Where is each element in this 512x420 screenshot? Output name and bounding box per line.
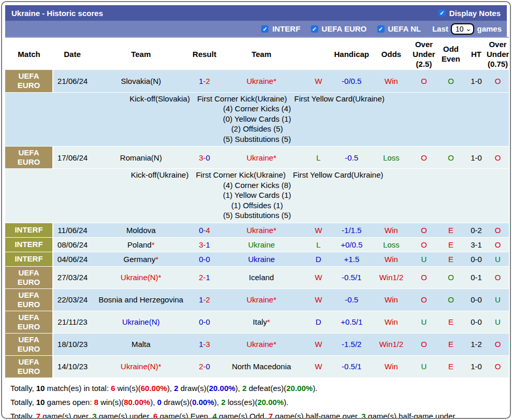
handicap-cell: -0.5/1 [333,266,371,288]
home-team-cell: Germany* [92,252,190,266]
odd-even-cell: O [436,70,466,92]
matches-table: MatchDateTeamResultTeamHandicapOddsOverU… [5,37,509,378]
date-cell: 18/10/23 [53,333,92,355]
summary-text-part: 8 [94,398,98,407]
notes-stat-line: (0) Yellow Cards (1) [5,114,509,124]
last-label: Last [432,24,448,33]
result-cell: 0-0 [190,252,219,266]
filter-checkbox-uefa-euro[interactable]: ✓UEFA EURO [311,24,367,33]
wld-cell: W [304,266,333,288]
match-row: UEFAEURO17/06/24Romania(N)3-0Ukraine*L-0… [5,147,509,169]
odd-even-cell: E [436,311,466,333]
last-games-value: 10 [456,25,464,33]
chevron-down-icon: ⌄ [466,26,472,32]
text-part: Ukraine* [247,153,277,162]
text-part: Moldova [126,226,156,235]
result-cell: 2-1 [190,266,219,288]
notes-segment: First Yellow Card(Ukraine) [293,170,383,179]
match-row: INTERF11/06/24Moldova0-4Ukraine*W-1/1.5W… [5,223,509,237]
over-under-0-75-cell: O [487,266,509,288]
table-header-row: MatchDateTeamResultTeamHandicapOddsOverU… [5,37,509,70]
checkbox-checked-icon: ✓ [377,25,385,33]
league-badge-interf: INTERF [5,238,52,252]
text-part: 4 [206,226,210,235]
summary-text-part: ), [214,398,221,407]
filter-checkbox-interf[interactable]: ✓INTERF [261,24,300,33]
result-cell: 0-0 [190,311,219,333]
summary-text-part: ). [312,384,317,393]
wld-cell: D [304,311,333,333]
over-under-0-75-cell: O [487,355,509,378]
league-badge-uefa-euro: UEFAEURO [5,334,52,355]
title-bar: Ukraine - Historic scores ✓ Display Note… [5,5,507,21]
summary-text-part: game(s) half-game over, [273,412,362,419]
home-team-cell: Malta [92,333,190,355]
notes-stat-line: (1) Offsides (1) [5,200,509,211]
notes-stat-line: (5) Substitutions (5) [5,210,509,221]
text-part: 0 [206,255,210,264]
date-cell: 22/03/24 [53,288,92,311]
summary-text-part: Totally, [10,384,36,393]
column-header-over-under-2-5: OverUnder(2.5) [412,37,436,70]
result-cell: 1-2 [190,288,219,311]
away-team-cell: North Macedonia [219,355,304,378]
home-team-cell: Bosnia and Herzegovina [92,288,190,311]
text-part: 1 [206,240,210,249]
odds-cell: Win [371,311,412,333]
last-games-select[interactable]: 10 ⌄ [451,23,474,35]
text-part: 2 [199,273,203,282]
league-cell: UEFAEURO [5,266,53,288]
over-under-0-75-cell: O [487,70,509,92]
column-header-result: Result [190,37,219,70]
odd-even-cell: E [436,355,466,378]
notes-stat-line: (1) Yellow Cards (1) [5,190,509,200]
column-header-5 [304,37,333,70]
odd-even-cell: O [436,288,466,311]
text-part: Germany [123,255,155,264]
text-part: Ukraine* [247,295,277,304]
odds-cell: Loss [371,237,412,252]
summary-text-part: game(s) half-game under [366,412,456,419]
odds-cell: Win [371,288,412,311]
column-header-date: Date [53,37,92,70]
summary-text-part: 10 [36,384,45,393]
summary-text-part: win(s)( [98,398,124,407]
ht-cell: 0-2 [466,223,487,237]
text-part: Italy [253,317,267,326]
summary-line-3: Totally, 7 game(s) over, 3 game(s) under… [10,409,507,419]
text-part: Ukraine(N)* [121,362,161,371]
text-part: Ukraine* [247,340,277,349]
summary-text-part: games open: [45,398,94,407]
wld-cell: W [304,355,333,378]
over-under-0-75-cell: U [487,288,509,311]
handicap-cell: +0.5/1 [333,311,371,333]
text-part: 2 [206,295,210,304]
text-part: * [155,255,159,264]
league-badge-uefa-euro: UEFAEURO [5,356,52,378]
ht-cell: 1-0 [466,147,487,169]
summary-text-part: 20.00% [209,384,235,393]
odds-cell: Win1/2 [371,333,412,355]
over-under-2-5-cell: O [412,333,436,355]
over-under-2-5-cell: O [412,70,436,92]
summary-line-2: Totally, 10 games open: 8 win(s)(80.00%)… [10,395,507,409]
wld-cell: W [304,288,333,311]
filter-checkbox-uefa-nl[interactable]: ✓UEFA NL [377,24,421,33]
text-part: 1 [206,273,210,282]
match-row: UEFAEURO22/03/24Bosnia and Herzegovina1-… [5,288,509,311]
date-cell: 17/06/24 [53,147,92,169]
summary-text-part: 6 [153,412,158,419]
away-team-cell: Ukraine [219,252,304,266]
handicap-cell: +0/0.5 [333,237,371,252]
display-notes-checkbox[interactable]: ✓ Display Notes [438,9,501,18]
odd-even-cell: E [436,237,466,252]
summary-text-part: 4 [212,412,217,419]
column-header-over-under-0-75: OverUnder(0.75) [487,37,509,70]
summary-text-part: defeat(es)( [247,384,287,393]
wld-cell: W [304,70,333,92]
away-team-cell: Ukraine* [219,288,304,311]
text-part: 1 [199,340,203,349]
odds-cell: Loss [371,147,412,169]
match-notes: Kick-off(Slovakia)First Corner Kick(Ukra… [5,92,509,147]
notes-stat-line: (5) Substitutions (5) [5,134,509,144]
